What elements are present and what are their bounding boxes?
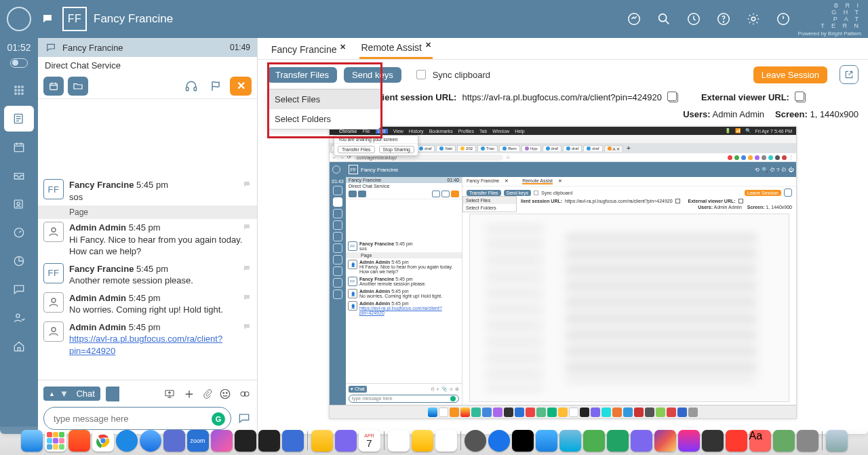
send-keys-button[interactable]: Send keys	[344, 67, 401, 83]
share-icon[interactable]	[622, 7, 646, 31]
msg-time: 5:45 pm	[136, 264, 168, 274]
availability-toggle[interactable]	[10, 58, 28, 68]
timer-icon[interactable]	[682, 7, 706, 31]
svg-point-32	[226, 392, 228, 393]
headset-button[interactable]	[181, 77, 201, 96]
dock-drive[interactable]	[311, 430, 333, 452]
rail-home[interactable]	[4, 334, 34, 359]
dock-discord[interactable]	[631, 430, 652, 452]
dock-dictionary[interactable]: Aa	[749, 430, 771, 452]
dock-app[interactable]	[258, 430, 280, 452]
dock-appstore[interactable]	[488, 430, 510, 452]
dock-terminal[interactable]	[235, 430, 256, 452]
tab-remote-assist[interactable]: Remote Assist✕	[359, 38, 432, 59]
rail-dialpad[interactable]	[4, 77, 34, 103]
dock-edge[interactable]	[116, 430, 138, 452]
chat-header[interactable]: Fancy Francine 01:49	[38, 38, 257, 57]
rail-inbox[interactable]	[4, 163, 34, 189]
dd-select-files[interactable]: Select Files	[268, 90, 380, 109]
dock-settings[interactable]	[465, 430, 486, 452]
copy-icon[interactable]	[669, 93, 678, 102]
grammarly-icon[interactable]: G	[212, 412, 225, 426]
reply-icon[interactable]	[242, 223, 252, 231]
sync-clipboard-checkbox[interactable]	[416, 70, 426, 79]
schedule-button[interactable]	[43, 77, 64, 96]
dock-app[interactable]	[797, 430, 818, 452]
emoji-icon[interactable]	[219, 388, 231, 400]
chat-header-name: Fancy Francine	[62, 43, 224, 53]
dock-app[interactable]	[388, 430, 410, 452]
dock-safari[interactable]	[140, 430, 161, 452]
dock-app[interactable]	[726, 430, 747, 452]
msg-sender: Admin Admin	[69, 222, 126, 233]
svg-rect-25	[194, 87, 196, 90]
popout-button[interactable]	[840, 65, 859, 84]
dock-messages[interactable]	[583, 430, 605, 452]
share-transfer-btn[interactable]: Transfer Files	[338, 146, 375, 153]
channel-chat-button[interactable]: ▲▼ Chat	[43, 387, 100, 401]
internal-chat-icon[interactable]	[237, 412, 252, 425]
leave-session-button[interactable]: Leave Session	[753, 66, 827, 83]
dock-notes[interactable]	[412, 430, 433, 452]
message-input[interactable]	[54, 414, 206, 424]
gear-icon[interactable]	[741, 7, 766, 31]
end-chat-button[interactable]: ✕	[230, 77, 252, 96]
power-icon[interactable]	[771, 7, 795, 31]
avatar-user	[43, 321, 64, 342]
screen-share-icon[interactable]	[163, 389, 176, 399]
dock-music[interactable]	[678, 430, 700, 452]
dock-excel[interactable]	[607, 430, 629, 452]
msg-link[interactable]: https://avl-ra.pl.bugfocus.com/ra/client…	[69, 334, 222, 356]
rail-calendar[interactable]	[4, 134, 34, 160]
status-avatar[interactable]	[7, 7, 31, 31]
dock-app[interactable]	[773, 430, 795, 452]
dd-select-folders[interactable]: Select Folders	[268, 109, 380, 129]
dock-zoom[interactable]: zoom	[187, 430, 209, 452]
close-tab-icon[interactable]: ✕	[340, 43, 346, 52]
reply-icon[interactable]	[242, 323, 252, 331]
dock-app[interactable]	[68, 430, 90, 452]
dock-app[interactable]	[282, 430, 304, 452]
dock-launchpad[interactable]	[45, 430, 66, 452]
rail-user-admin[interactable]	[4, 305, 34, 331]
contact-badge[interactable]: FF	[62, 7, 87, 31]
dock-chrome[interactable]	[92, 430, 114, 452]
remote-screen-view[interactable]: Chrome File Edit View History Bookmarks …	[258, 125, 868, 434]
rail-chat[interactable]	[4, 277, 34, 302]
close-tab-icon[interactable]: ✕	[425, 41, 431, 50]
chat-icon[interactable]	[41, 13, 54, 25]
reply-icon[interactable]	[242, 294, 252, 302]
share-stop-btn[interactable]: Stop Sharing	[379, 146, 414, 153]
svg-point-30	[220, 389, 230, 399]
folder-button[interactable]	[68, 77, 88, 96]
dock-calendar[interactable]: APR7	[359, 430, 380, 452]
cobrowse-icon[interactable]	[238, 389, 252, 399]
dock-finder[interactable]	[21, 430, 43, 452]
reply-icon[interactable]	[242, 264, 252, 273]
attach-doc-button[interactable]	[106, 387, 119, 401]
screen-value: 1, 1440x900	[810, 109, 859, 119]
flag-button[interactable]	[205, 77, 226, 96]
search-icon[interactable]	[652, 7, 676, 31]
reply-icon[interactable]	[242, 180, 252, 189]
dock-app[interactable]	[335, 430, 357, 452]
tab-fancy-francine[interactable]: Fancy Francine✕	[270, 40, 347, 59]
dock-app[interactable]	[435, 430, 457, 452]
attachment-icon[interactable]	[203, 388, 212, 400]
dock-instagram[interactable]	[654, 430, 676, 452]
dock-trash[interactable]	[826, 430, 848, 452]
dock-mail[interactable]	[536, 430, 557, 452]
rail-contacts[interactable]	[4, 191, 34, 217]
copy-icon[interactable]	[796, 93, 806, 102]
dock-app[interactable]	[559, 430, 581, 452]
rail-dashboard[interactable]	[4, 220, 34, 245]
dock-teams[interactable]	[163, 430, 185, 452]
rail-reports[interactable]	[4, 248, 34, 274]
transfer-files-button[interactable]: Transfer Files	[267, 67, 337, 83]
dock-app[interactable]	[702, 430, 724, 452]
rail-conversations[interactable]	[4, 106, 34, 132]
dock-app[interactable]	[211, 430, 233, 452]
dock-app[interactable]	[512, 430, 534, 452]
help-icon[interactable]	[711, 7, 736, 31]
add-icon[interactable]: ＋	[182, 384, 196, 403]
